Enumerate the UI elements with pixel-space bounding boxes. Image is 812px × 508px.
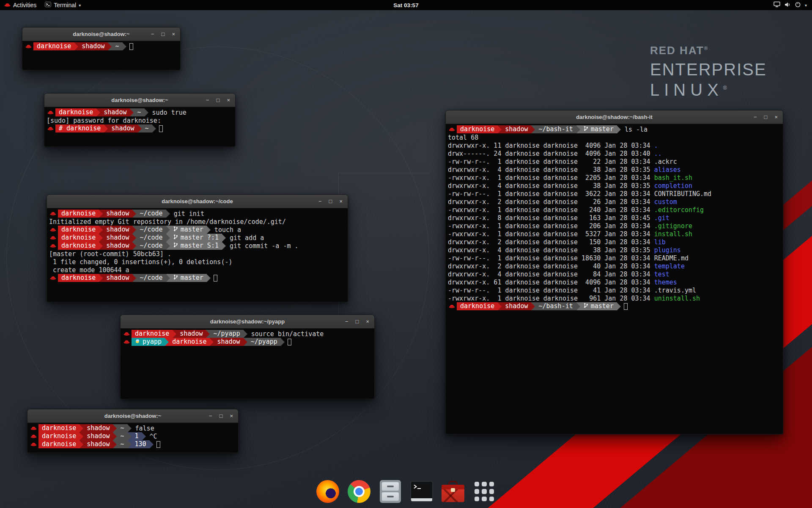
terminal-text: .gitignore	[654, 222, 692, 230]
terminal-output[interactable]: darknoiseshadow~/bash-itmaster ls -latot…	[446, 124, 783, 434]
maximize-button[interactable]: □	[219, 413, 223, 419]
close-button[interactable]: ×	[366, 319, 369, 324]
redhat-logo-icon	[4, 2, 11, 8]
maximize-button[interactable]: □	[764, 114, 768, 120]
window-title: darknoise@shadow:~/code	[162, 198, 233, 204]
git-branch-icon	[584, 125, 588, 133]
powerline-arrow	[123, 42, 126, 50]
terminal-text: drwxrwxr-x. 4 darknoise darknoise 38 Jan…	[448, 182, 654, 190]
powerline-arrow	[80, 440, 83, 448]
maximize-button[interactable]: □	[162, 31, 165, 37]
prompt-segment: darknoise	[55, 108, 96, 116]
terminal-text: plugins	[654, 246, 681, 254]
terminal-window-sudo[interactable]: darknoise@shadow:~−□×darknoiseshadow~ su…	[44, 93, 236, 147]
minimize-button[interactable]: −	[754, 114, 757, 120]
segment-label: master	[181, 226, 203, 234]
minimize-button[interactable]: −	[206, 97, 209, 103]
terminal-text: touch a	[211, 226, 241, 234]
terminal-text: drwxrwxr-x. 8 darknoise darknoise 163 Ja…	[448, 214, 654, 222]
chrome-launcher[interactable]	[347, 479, 371, 504]
window-controls: −□×	[318, 195, 343, 208]
terminal-line: # darknoiseshadow~	[47, 124, 233, 133]
terminal-text: -rwxrwxr-x. 1 darknoise darknoise 5327 J…	[448, 230, 654, 238]
terminal-window-bash-it[interactable]: darknoise@shadow:~/bash-it−□×darknoisesh…	[445, 110, 783, 434]
prompt-segment: shadow	[83, 440, 113, 448]
prompt-segment: ~/pyapp	[247, 338, 281, 346]
terminal-window-pyapp[interactable]: darknoise@shadow:~/pyapp−□×darknoiseshad…	[120, 315, 375, 399]
titlebar[interactable]: darknoise@shadow:~/pyapp−□×	[121, 315, 374, 329]
powerline-arrow	[498, 302, 502, 310]
titlebar[interactable]: darknoise@shadow:~/bash-it−□×	[446, 110, 783, 124]
powerline-arrow	[132, 242, 136, 250]
terminal-app-icon	[45, 2, 51, 8]
terminal-line: drwxrwxr-x. 4 darknoise darknoise 38 Jan…	[448, 246, 781, 254]
terminal-line: -rwxrwxr-x. 1 darknoise darknoise 961 Ja…	[448, 294, 781, 302]
terminal-output[interactable]: darknoiseshadow~	[22, 41, 180, 70]
prompt-segment: ~/code	[136, 226, 166, 234]
prompt-segment: ~	[142, 124, 152, 133]
titlebar[interactable]: darknoise@shadow:~/code−□×	[47, 195, 348, 208]
maximize-button[interactable]: □	[217, 97, 220, 103]
terminal-output[interactable]: darknoiseshadow~/code git initInitialize…	[47, 208, 348, 302]
terminal-line: create mode 100644 a	[49, 266, 346, 274]
terminal-output[interactable]: darknoiseshadow~ falsedarknoiseshadow~1 …	[27, 423, 238, 453]
app-grid-button[interactable]	[472, 479, 497, 504]
git-branch-icon	[173, 234, 178, 242]
dock	[315, 479, 497, 504]
terminal-window-code[interactable]: darknoise@shadow:~/code−□×darknoiseshado…	[47, 194, 348, 302]
firefox-launcher[interactable]	[315, 479, 340, 504]
terminal-text: create mode 100644 a	[49, 266, 129, 274]
terminal-line: drwxrwxr-x. 2 darknoise darknoise 40 Jan…	[448, 262, 781, 270]
prompt-segment: darknoise	[132, 330, 173, 338]
terminal-text: drwxrwxr-x. 2 darknoise darknoise 40 Jan…	[448, 262, 654, 270]
activities-button[interactable]: Activities	[0, 0, 41, 10]
close-button[interactable]: ×	[230, 413, 233, 419]
minimize-button[interactable]: −	[345, 319, 348, 324]
close-button[interactable]: ×	[774, 114, 778, 120]
terminal-window-home-exit[interactable]: darknoise@shadow:~−□×darknoiseshadow~ fa…	[27, 409, 239, 453]
terminal-text: -rw-rw-r--. 1 darknoise darknoise 18630 …	[448, 254, 654, 262]
files-launcher[interactable]	[378, 479, 403, 504]
terminal-launcher[interactable]	[409, 479, 434, 504]
close-button[interactable]: ×	[339, 199, 343, 204]
clock[interactable]: Sat 03:57	[393, 2, 418, 8]
powerline-arrow	[244, 338, 247, 346]
system-status-area[interactable]: ▾	[771, 0, 809, 10]
git-branch-icon	[173, 226, 178, 234]
maximize-button[interactable]: □	[356, 319, 359, 324]
terminal-cursor	[159, 125, 163, 132]
titlebar[interactable]: darknoise@shadow:~−□×	[44, 94, 235, 107]
close-button[interactable]: ×	[227, 97, 230, 103]
app-menu[interactable]: Terminal ▾	[41, 0, 85, 10]
prompt-segment: ~/pyapp	[210, 330, 243, 338]
terminal-line: drwxrwxr-x. 4 darknoise darknoise 38 Jan…	[448, 182, 781, 190]
titlebar[interactable]: darknoise@shadow:~−□×	[27, 409, 238, 423]
powerline-arrow	[244, 330, 247, 338]
prompt-segment: ~/bash-it	[535, 125, 576, 133]
software-toolbox-launcher[interactable]	[441, 479, 465, 504]
terminal-text: git add a	[226, 234, 264, 242]
window-title: darknoise@shadow:~	[111, 97, 168, 103]
minimize-button[interactable]: −	[209, 413, 212, 419]
maximize-button[interactable]: □	[329, 199, 332, 204]
terminal-window-home-small[interactable]: darknoise@shadow:~−□×darknoiseshadow~	[22, 27, 181, 70]
terminal-output[interactable]: darknoiseshadow~ sudo true[sudo] passwor…	[44, 107, 235, 146]
terminal-output[interactable]: darknoiseshadow~/pyapp source bin/activa…	[121, 329, 374, 399]
prompt-segment: ~/bash-it	[535, 302, 576, 310]
terminal-text: drwxrwxr-x. 61 darknoise darknoise 4096 …	[448, 279, 654, 286]
powerline-arrow	[617, 302, 621, 310]
redhat-prompt-icon	[47, 110, 55, 115]
minimize-button[interactable]: −	[151, 31, 154, 37]
close-button[interactable]: ×	[172, 31, 175, 37]
terminal-line: -rwxrwxr-x. 1 darknoise darknoise 206 Ja…	[448, 222, 781, 230]
powerline-arrow	[206, 330, 210, 338]
terminal-text: [master (root-commit) 50bcb63] .	[49, 250, 171, 258]
terminal-line: -rw-rw-r--. 1 darknoise darknoise 3622 J…	[448, 190, 781, 198]
minimize-button[interactable]: −	[318, 199, 322, 204]
powerline-arrow	[210, 338, 214, 346]
titlebar[interactable]: darknoise@shadow:~−□×	[22, 28, 180, 41]
powerline-arrow	[576, 302, 580, 310]
redhat-prompt-icon	[448, 127, 457, 132]
prompt-segment: shadow	[103, 226, 132, 234]
terminal-line: drwxrwxr-x. 2 darknoise darknoise 150 Ja…	[448, 238, 781, 246]
